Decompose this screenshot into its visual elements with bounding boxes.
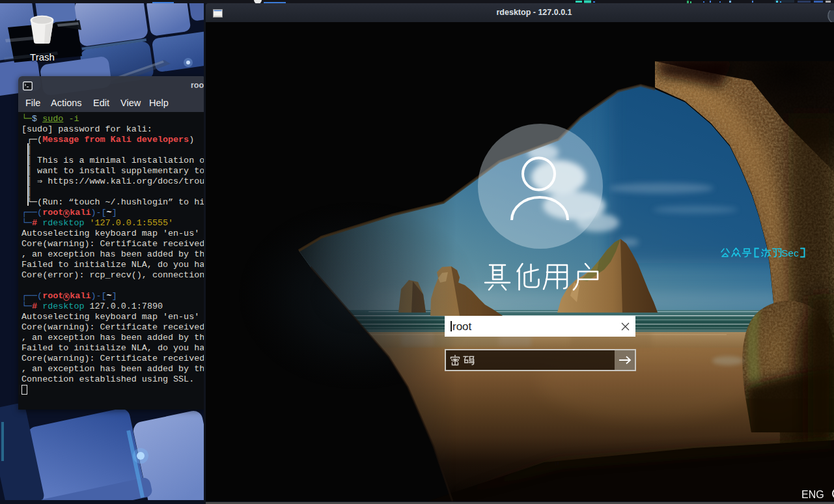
- svg-text:Sec: Sec: [781, 247, 799, 259]
